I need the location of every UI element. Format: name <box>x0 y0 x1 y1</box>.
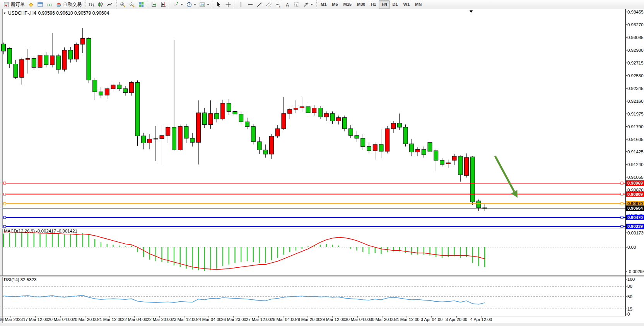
line-handle[interactable] <box>3 182 6 184</box>
equidistant-channel-icon: E <box>266 2 272 8</box>
candle <box>14 64 18 78</box>
price-axis-label: 0.93455 <box>627 10 644 14</box>
arrows-tool-button[interactable] <box>301 0 314 9</box>
timeframe-button-m1[interactable]: M1 <box>318 0 329 9</box>
candle <box>288 109 292 114</box>
candle <box>422 149 426 155</box>
line-chart-button[interactable] <box>105 0 114 9</box>
time-axis-label: 30 Mar 04:00 <box>345 317 370 322</box>
candle <box>50 56 55 65</box>
timeframe-button-w1[interactable]: W1 <box>401 0 413 9</box>
horizontal-line-button[interactable] <box>246 0 255 9</box>
templates-button[interactable] <box>198 0 211 9</box>
candle <box>470 157 475 202</box>
candle <box>38 55 42 67</box>
chevron-down-icon[interactable] <box>181 4 183 5</box>
bars-chart-icon <box>88 2 94 8</box>
candle <box>142 136 146 143</box>
chart-area[interactable]: 0.934550.932700.930850.929000.927150.925… <box>0 0 644 326</box>
autotrading-button[interactable]: 自动交易 <box>54 0 83 9</box>
vertical-line-button[interactable] <box>236 0 246 9</box>
indicators-button[interactable] <box>171 0 184 9</box>
time-axis-label: 28 Mar 04:00 <box>271 317 296 322</box>
timeframe-button-d1[interactable]: D1 <box>390 0 401 9</box>
market-watch-icon <box>37 2 43 8</box>
timeframe-button-m5[interactable]: M5 <box>329 0 340 9</box>
market-watch-button[interactable] <box>36 0 45 9</box>
zoom-out-icon <box>129 2 135 8</box>
price-axis-label: 0.91240 <box>627 162 644 167</box>
metaeditor-button[interactable] <box>26 0 36 9</box>
line-handle[interactable] <box>3 216 6 219</box>
crosshair-button[interactable] <box>224 0 233 9</box>
line-handle[interactable] <box>3 225 6 228</box>
line-handle[interactable] <box>3 202 6 205</box>
line-handle[interactable] <box>621 202 623 205</box>
rsi-axis-label: 0 <box>627 312 630 316</box>
chart-menu-triangle-icon[interactable]: ▼ <box>3 12 6 15</box>
chart-title: ▼ USDCHF-,H4 0.90596 0.90610 0.90579 0.9… <box>3 10 109 16</box>
candle <box>312 108 316 113</box>
chevron-down-icon[interactable] <box>194 4 196 5</box>
line-chart-icon <box>107 2 113 8</box>
chart-shift-icon <box>160 2 166 8</box>
line-handle[interactable] <box>621 182 623 184</box>
text-button[interactable]: A <box>283 0 292 9</box>
time-axis-label: 21 Mar 12:00 <box>97 317 123 322</box>
candle <box>166 127 170 135</box>
cursor-button[interactable] <box>214 0 224 9</box>
zoom-out-button[interactable] <box>127 0 137 9</box>
time-axis-label: 20 Mar 20:00 <box>73 317 98 322</box>
autotrading-icon <box>56 2 62 8</box>
fibonacci-button[interactable]: F <box>273 0 283 9</box>
timeframe-button-h4[interactable]: H4 <box>379 0 389 9</box>
new-order-label: 新订单 <box>11 1 25 8</box>
timeframe-button-m30[interactable]: M30 <box>354 0 368 9</box>
candle <box>318 108 323 117</box>
signals-button[interactable] <box>45 0 54 9</box>
text-label-button[interactable]: T <box>292 0 301 9</box>
candle <box>403 127 408 144</box>
toolbar-group-trade: 新订单自动交易 <box>1 0 84 9</box>
chevron-down-icon[interactable] <box>207 4 209 5</box>
line-handle[interactable] <box>621 225 623 228</box>
trading-terminal-window: 新订单自动交易EFATM1M5M15M30H1H4D1W1MN 1 0.9345… <box>0 0 644 326</box>
candle <box>221 103 225 119</box>
price-label-badge-text: 0.90339 <box>627 224 643 229</box>
candle <box>105 89 109 95</box>
templates-icon <box>199 2 205 8</box>
line-handle[interactable] <box>621 193 623 195</box>
candle <box>385 129 389 151</box>
zoom-in-button[interactable] <box>118 0 127 9</box>
chevron-down-icon[interactable] <box>311 4 313 5</box>
trendline-button[interactable] <box>255 0 264 9</box>
candle <box>306 107 310 113</box>
new-order-button[interactable]: 新订单 <box>2 0 26 9</box>
auto-scroll-button[interactable] <box>149 0 159 9</box>
svg-text:E: E <box>270 5 272 7</box>
candle <box>7 48 12 64</box>
candles-chart-button[interactable] <box>96 0 105 9</box>
price-axis-label: 0.92715 <box>627 61 644 65</box>
tile-windows-button[interactable] <box>137 0 146 9</box>
equidistant-channel-button[interactable]: E <box>264 0 273 9</box>
bars-chart-button[interactable] <box>87 0 96 9</box>
signals-icon <box>46 2 53 8</box>
timeframe-button-m15[interactable]: M15 <box>341 0 354 9</box>
chart-shift-button[interactable] <box>159 0 168 9</box>
time-axis-label: 26 Mar 23:00 <box>221 317 246 322</box>
macd-axis-label: -0.00295 <box>627 269 644 274</box>
timeframe-button-h1[interactable]: H1 <box>368 0 379 9</box>
candle <box>117 85 121 89</box>
price-axis-label: 0.93085 <box>627 35 644 40</box>
timeframe-button-mn[interactable]: MN <box>412 0 424 9</box>
line-handle[interactable] <box>621 216 623 219</box>
candle <box>391 123 396 129</box>
line-handle[interactable] <box>3 193 6 195</box>
candle <box>397 123 401 127</box>
candle <box>275 129 280 136</box>
periods-button[interactable] <box>184 0 198 9</box>
candle <box>337 118 341 121</box>
candle <box>190 138 195 143</box>
rsi-axis-label: 100 <box>627 277 635 282</box>
